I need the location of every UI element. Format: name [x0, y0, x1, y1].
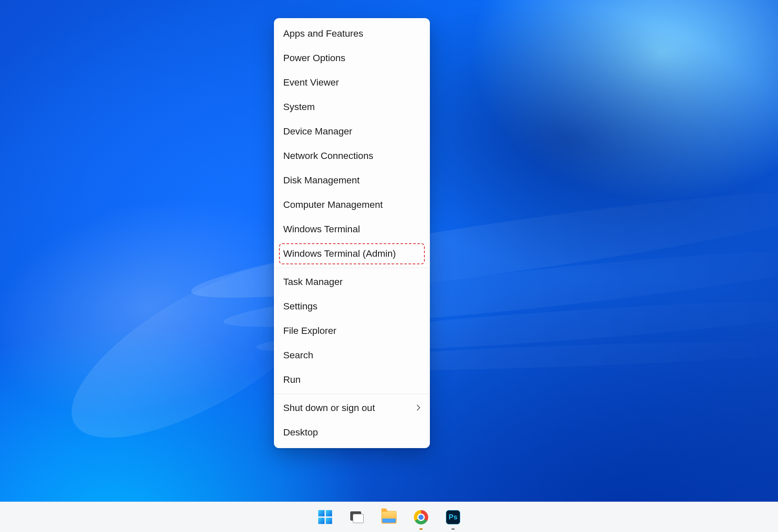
menu-item-label: Computer Management	[283, 199, 383, 210]
menu-item-label: Device Manager	[283, 126, 352, 137]
start-button[interactable]	[317, 509, 333, 526]
menu-item-settings[interactable]: Settings	[274, 294, 430, 319]
start-icon	[318, 510, 332, 524]
menu-item-label: System	[283, 102, 315, 113]
menu-item-label: File Explorer	[283, 325, 336, 336]
chrome-button[interactable]	[413, 509, 429, 526]
menu-separator	[274, 394, 430, 394]
menu-item-network-connections[interactable]: Network Connections	[274, 144, 430, 168]
desktop: Apps and FeaturesPower OptionsEvent View…	[0, 0, 778, 532]
menu-item-disk-management[interactable]: Disk Management	[274, 168, 430, 193]
chevron-right-icon	[416, 403, 421, 414]
file-explorer-button[interactable]	[381, 509, 397, 526]
menu-item-label: Run	[283, 374, 300, 385]
menu-item-label: Apps and Features	[283, 28, 363, 39]
menu-item-label: Windows Terminal (Admin)	[283, 248, 396, 259]
menu-item-event-viewer[interactable]: Event Viewer	[274, 70, 430, 95]
photoshop-button[interactable]: Ps	[445, 509, 461, 526]
running-indicator	[419, 528, 423, 530]
task-view-icon	[350, 511, 364, 523]
menu-item-apps-and-features[interactable]: Apps and Features	[274, 21, 430, 46]
menu-item-label: Disk Management	[283, 175, 359, 186]
photoshop-icon: Ps	[446, 510, 460, 524]
menu-item-windows-terminal[interactable]: Windows Terminal	[274, 217, 430, 242]
menu-item-label: Event Viewer	[283, 77, 339, 88]
menu-item-power-options[interactable]: Power Options	[274, 46, 430, 70]
menu-item-label: Power Options	[283, 53, 346, 64]
chrome-icon	[414, 510, 428, 524]
menu-item-shut-down-sign-out[interactable]: Shut down or sign out	[274, 396, 430, 420]
menu-item-windows-terminal-admin[interactable]: Windows Terminal (Admin)	[274, 242, 430, 266]
menu-item-label: Task Manager	[283, 277, 343, 287]
file-explorer-icon	[381, 511, 397, 524]
menu-item-search[interactable]: Search	[274, 343, 430, 368]
running-indicator	[451, 528, 455, 530]
menu-item-label: Network Connections	[283, 150, 373, 161]
menu-item-computer-management[interactable]: Computer Management	[274, 193, 430, 217]
menu-item-label: Desktop	[283, 427, 318, 438]
menu-item-label: Shut down or sign out	[283, 403, 375, 414]
taskbar: Ps	[0, 502, 778, 532]
menu-item-label: Search	[283, 350, 313, 361]
menu-item-label: Windows Terminal	[283, 224, 360, 235]
menu-item-label: Settings	[283, 301, 317, 312]
menu-item-file-explorer[interactable]: File Explorer	[274, 319, 430, 343]
menu-item-desktop[interactable]: Desktop	[274, 420, 430, 445]
menu-separator	[274, 268, 430, 268]
task-view-button[interactable]	[349, 509, 365, 526]
menu-item-system[interactable]: System	[274, 95, 430, 119]
winx-context-menu: Apps and FeaturesPower OptionsEvent View…	[274, 18, 430, 448]
menu-item-run[interactable]: Run	[274, 368, 430, 392]
menu-item-task-manager[interactable]: Task Manager	[274, 270, 430, 294]
menu-item-device-manager[interactable]: Device Manager	[274, 119, 430, 144]
